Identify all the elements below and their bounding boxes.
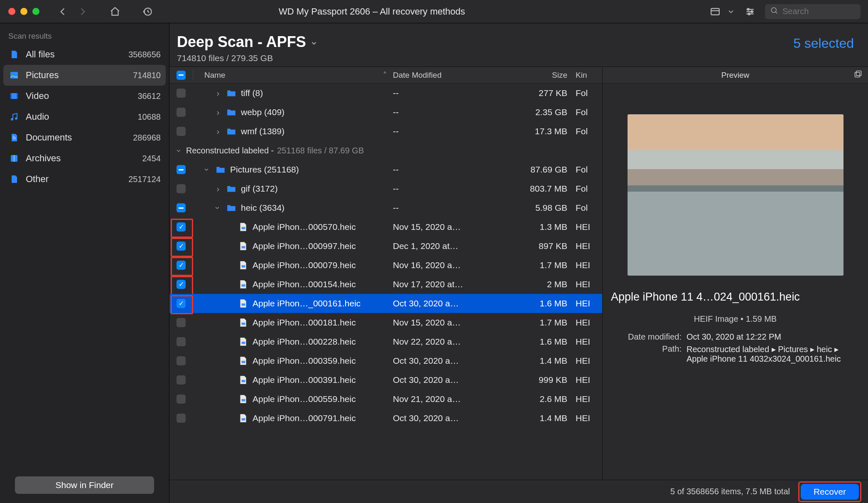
view-mode-button[interactable] — [708, 4, 723, 19]
column-size[interactable]: Size — [484, 71, 576, 80]
minimize-window-button[interactable] — [20, 8, 27, 15]
show-in-finder-button[interactable]: Show in Finder — [15, 476, 154, 494]
row-checkbox[interactable] — [177, 127, 186, 136]
maximize-window-button[interactable] — [32, 8, 39, 15]
row-date: Oct 30, 2020 a… — [393, 298, 484, 308]
selection-count[interactable]: 5 selected — [793, 36, 854, 51]
row-checkbox[interactable] — [177, 203, 186, 212]
file-icon — [238, 260, 248, 271]
column-kind[interactable]: Kin — [576, 71, 602, 80]
row-checkbox[interactable] — [177, 375, 186, 385]
table-row[interactable]: Apple iPhon…_000161.heic Oct 30, 2020 a…… — [169, 294, 602, 313]
svg-rect-20 — [242, 342, 245, 344]
row-name: wmf (1389) — [241, 126, 284, 136]
sidebar-item-audio[interactable]: Audio 10688 — [3, 106, 166, 127]
row-checkbox[interactable] — [177, 395, 186, 404]
folder-icon — [226, 202, 237, 213]
table-row[interactable]: › Pictures (251168) -- 87.69 GB Fol — [169, 160, 602, 179]
disclosure-icon[interactable]: › — [214, 88, 222, 98]
disclosure-icon[interactable]: › — [213, 204, 223, 212]
row-name: Apple iPhon…000359.heic — [253, 356, 356, 366]
sidebar-item-video[interactable]: Video 36612 — [3, 86, 166, 106]
history-button[interactable] — [140, 4, 155, 19]
row-checkbox[interactable] — [177, 261, 186, 270]
sidebar-item-all-files[interactable]: All files 3568656 — [3, 44, 166, 65]
table-row[interactable]: › gif (3172) -- 803.7 MB Fol — [169, 179, 602, 198]
file-list-pane: Name ˄ Date Modified Size Kin › tiff — [169, 67, 602, 480]
column-name-label: Name — [204, 71, 226, 80]
table-row[interactable]: › webp (409) -- 2.35 GB Fol — [169, 103, 602, 122]
svg-point-4 — [748, 13, 750, 15]
disclosure-icon[interactable]: › — [214, 126, 222, 136]
table-row[interactable]: › wmf (1389) -- 17.3 MB Fol — [169, 122, 602, 141]
home-button[interactable] — [108, 4, 123, 19]
row-checkbox[interactable] — [177, 356, 186, 365]
table-row[interactable]: Apple iPhon…000559.heic Nov 21, 2020 a… … — [169, 390, 602, 409]
settings-button[interactable] — [743, 4, 758, 19]
file-icon — [238, 222, 248, 232]
row-checkbox[interactable] — [177, 299, 186, 308]
table-row[interactable]: › heic (3634) -- 5.98 GB Fol — [169, 198, 602, 217]
row-checkbox[interactable] — [177, 242, 186, 251]
picture-icon — [8, 69, 20, 81]
recover-button[interactable]: Recover — [801, 484, 859, 500]
table-row[interactable]: Apple iPhon…000791.heic Oct 30, 2020 a… … — [169, 409, 602, 428]
row-checkbox[interactable] — [177, 165, 186, 174]
search-field[interactable] — [765, 4, 861, 19]
select-all-checkbox[interactable] — [177, 71, 186, 80]
row-checkbox[interactable] — [177, 318, 186, 327]
close-window-button[interactable] — [8, 8, 15, 15]
disclosure-icon[interactable]: › — [214, 107, 222, 117]
row-size: 1.7 MB — [484, 318, 576, 328]
table-row[interactable]: Apple iPhon…000570.heic Nov 15, 2020 a… … — [169, 217, 602, 237]
column-name[interactable]: Name ˄ — [199, 70, 393, 80]
row-checkbox[interactable] — [177, 337, 186, 346]
row-date: Nov 16, 2020 a… — [393, 260, 484, 270]
row-checkbox[interactable] — [177, 280, 186, 289]
svg-rect-22 — [242, 380, 245, 382]
scan-stats: 714810 files / 279.35 GB — [177, 53, 318, 63]
view-mode-chevron-icon[interactable] — [727, 4, 735, 19]
row-checkbox[interactable] — [177, 108, 186, 117]
folder-icon — [215, 164, 226, 175]
scan-title-text: Deep Scan - APFS — [177, 33, 306, 51]
file-icon — [238, 279, 248, 290]
preview-popout-button[interactable] — [854, 70, 862, 80]
table-row[interactable]: Apple iPhon…000079.heic Nov 16, 2020 a… … — [169, 256, 602, 275]
row-checkbox[interactable] — [177, 89, 186, 98]
folder-icon — [226, 183, 237, 194]
svg-point-11 — [11, 118, 13, 121]
table-row[interactable]: Apple iPhon…000154.heic Nov 17, 2020 at…… — [169, 275, 602, 294]
disclosure-icon[interactable]: › — [214, 184, 222, 194]
table-row[interactable]: Apple iPhon…000391.heic Oct 30, 2020 a… … — [169, 370, 602, 390]
nav-forward-button[interactable] — [75, 4, 90, 19]
svg-rect-14 — [242, 227, 245, 229]
other-icon — [8, 173, 20, 185]
table-row[interactable]: Apple iPhon…000228.heic Nov 22, 2020 a… … — [169, 332, 602, 351]
svg-rect-16 — [242, 265, 245, 267]
search-input[interactable] — [782, 7, 856, 16]
sidebar-item-documents[interactable]: Documents 286968 — [3, 127, 166, 148]
window-controls — [8, 8, 39, 15]
table-row[interactable]: Apple iPhon…000359.heic Oct 30, 2020 a… … — [169, 351, 602, 370]
row-checkbox[interactable] — [177, 184, 186, 193]
disclosure-icon[interactable]: › — [174, 147, 184, 154]
row-checkbox[interactable] — [177, 222, 186, 232]
row-size: 87.69 GB — [484, 165, 576, 175]
sidebar-item-pictures[interactable]: Pictures 714810 — [3, 65, 166, 86]
nav-back-button[interactable] — [55, 4, 70, 19]
table-row[interactable]: Apple iPhon…000997.heic Dec 1, 2020 at… … — [169, 237, 602, 256]
sidebar-item-archives[interactable]: Archives 2454 — [3, 148, 166, 169]
group-header[interactable]: › Reconstructed labeled - 251168 files /… — [169, 141, 602, 160]
column-date[interactable]: Date Modified — [393, 71, 484, 80]
table-row[interactable]: › tiff (8) -- 277 KB Fol — [169, 84, 602, 103]
table-row[interactable]: Apple iPhon…000181.heic Nov 15, 2020 a… … — [169, 313, 602, 332]
row-size: 1.6 MB — [484, 298, 576, 308]
svg-rect-6 — [10, 72, 18, 79]
svg-point-12 — [15, 117, 17, 120]
disclosure-icon[interactable]: › — [202, 166, 212, 173]
scan-title-dropdown[interactable]: Deep Scan - APFS — [177, 33, 318, 51]
row-checkbox[interactable] — [177, 414, 186, 423]
row-size: 2.35 GB — [484, 107, 576, 117]
sidebar-item-other[interactable]: Other 2517124 — [3, 169, 166, 190]
